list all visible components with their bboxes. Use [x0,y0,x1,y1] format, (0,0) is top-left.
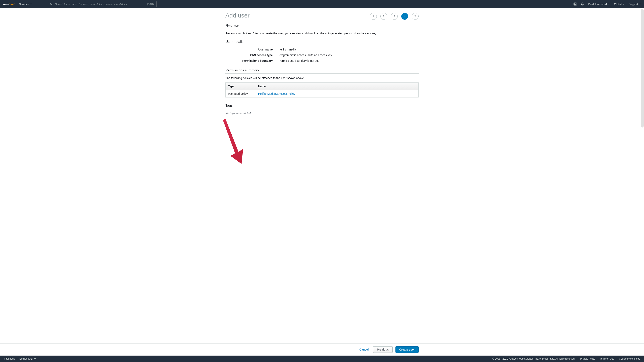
nav-icon-group [573,2,584,6]
user-detail-label: User name [226,48,273,51]
policies-col-type: Type [226,83,256,90]
policy-name-link[interactable]: HellfishMediaS3AccessPolicy [258,92,295,95]
caret-down-icon [30,3,32,5]
wizard-step-4[interactable]: 4 [401,13,408,20]
search-box[interactable]: [Alt+S] [48,1,156,7]
language-label: English (US) [20,357,33,360]
previous-button[interactable]: Previous [373,346,393,353]
user-detail-row: User name hellfish-media [226,48,418,51]
wizard-step-1[interactable]: 1 [370,13,377,20]
support-menu[interactable]: Support [629,2,641,6]
search-shortcut-hint: [Alt+S] [147,2,154,5]
nav-right-group: Brad Touesnord Global Support [588,2,641,6]
wizard-step-2[interactable]: 2 [380,13,387,20]
search-input[interactable] [55,2,145,6]
user-detail-row: AWS access type Programmatic access - wi… [226,53,418,57]
review-heading: Review [226,23,418,29]
language-menu[interactable]: English (US) [20,357,36,360]
svg-rect-2 [574,2,577,5]
support-label: Support [629,2,638,6]
button-bar: Cancel Previous Create user [226,346,418,353]
footer: Feedback English (US) © 2008 - 2021, Ama… [0,356,644,362]
search-icon [50,2,53,5]
tags-heading: Tags [226,104,418,109]
caret-down-icon [34,359,36,360]
user-details-block: User name hellfish-media AWS access type… [226,48,418,62]
table-row: Managed policy HellfishMediaS3AccessPoli… [226,90,418,97]
user-detail-label: AWS access type [226,53,273,57]
wizard-steps: 1 2 3 4 5 [370,12,418,20]
permissions-desc: The following policies will be attached … [226,76,418,80]
user-detail-value: Permissions boundary is not set [279,59,318,62]
account-menu[interactable]: Brad Touesnord [588,2,610,6]
aws-logo-text: aws [3,2,9,6]
cloudshell-icon[interactable] [573,2,577,6]
button-bar-wrap: Cancel Previous Create user [0,343,644,356]
create-user-button[interactable]: Create user [396,346,418,353]
caret-down-icon [608,3,610,5]
cancel-button[interactable]: Cancel [358,347,370,353]
region-menu[interactable]: Global [614,2,624,6]
policies-table: Type Name Managed policy HellfishMediaS3… [226,82,418,97]
permissions-heading: Permissions summary [226,68,418,74]
top-nav: aws Services [Alt+S] [0,0,644,8]
search-container: [Alt+S] [48,1,156,7]
user-detail-value: Programmatic access - with an access key [279,53,332,57]
user-detail-value: hellfish-media [279,48,296,51]
user-detail-row: Permissions boundary Permissions boundar… [226,59,418,62]
user-detail-label: Permissions boundary [226,59,273,62]
services-menu[interactable]: Services [19,2,32,6]
account-name: Brad Touesnord [588,2,607,6]
services-label: Services [19,2,29,6]
privacy-link[interactable]: Privacy Policy [580,357,595,360]
notifications-icon[interactable] [580,2,584,6]
copyright-text: © 2008 - 2021, Amazon Web Services, Inc.… [492,357,575,360]
aws-smile-icon [9,3,15,5]
caret-down-icon [623,3,624,5]
policy-type-cell: Managed policy [226,90,256,97]
user-details-heading: User details [226,40,418,45]
review-subtext: Review your choices. After you create th… [226,32,418,35]
caret-down-icon [639,3,641,5]
main-content: Add user 1 2 3 4 5 Review Review your ch… [0,8,644,343]
aws-logo[interactable]: aws [3,2,15,6]
region-label: Global [614,2,622,6]
page-title: Add user [226,12,250,19]
terms-link[interactable]: Terms of Use [600,357,614,360]
page-header: Add user 1 2 3 4 5 [226,12,418,20]
svg-line-1 [52,4,53,5]
policies-col-name: Name [256,83,418,90]
feedback-link[interactable]: Feedback [4,357,15,360]
wizard-step-3[interactable]: 3 [391,13,398,20]
wizard-step-5[interactable]: 5 [412,13,418,20]
cookies-link[interactable]: Cookie preferences [619,357,640,360]
tags-empty-text: No tags were added. [226,112,418,115]
scrollbar[interactable] [641,9,644,127]
